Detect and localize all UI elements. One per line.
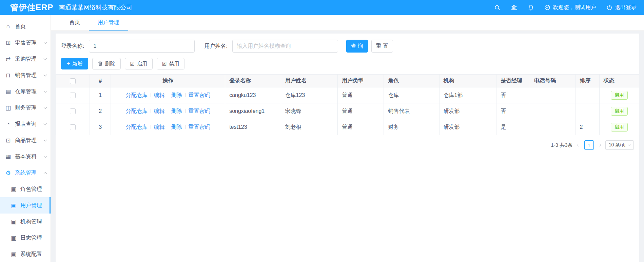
welcome-user[interactable]: 欢迎您，测试用户 bbox=[544, 4, 596, 11]
cell-type: 普通 bbox=[337, 103, 384, 119]
current-page[interactable]: 1 bbox=[584, 140, 594, 150]
tab-home[interactable]: 首页 bbox=[60, 15, 89, 31]
delete-button[interactable]: 删除 bbox=[92, 58, 121, 69]
row-checkbox[interactable] bbox=[70, 124, 76, 130]
chevron-right-icon bbox=[598, 144, 601, 146]
table-row: 2 分配仓库编辑删除重置密码 songxiaofeng1 宋晓锋 普通 销售代表… bbox=[56, 103, 639, 119]
sidebar-item-role-mgmt[interactable]: ▣ 角色管理 bbox=[0, 181, 51, 197]
reset-password-link[interactable]: 重置密码 bbox=[189, 108, 210, 114]
chevron-down-icon bbox=[44, 89, 47, 93]
retail-icon: ⊞ bbox=[5, 39, 12, 46]
user-mgmt-panel: 登录名称: 用户姓名: 查 询 重 置 + 新增 删除 bbox=[56, 34, 639, 262]
cell-name: 宋晓锋 bbox=[281, 103, 337, 119]
user-name-input[interactable] bbox=[232, 40, 338, 53]
reset-password-link[interactable]: 重置密码 bbox=[189, 92, 210, 98]
chevron-down-icon bbox=[44, 57, 47, 60]
app-logo[interactable]: 管伊佳ERP bbox=[0, 2, 51, 13]
reset-button[interactable]: 重 置 bbox=[371, 40, 393, 53]
cell-login: test123 bbox=[225, 119, 281, 135]
row-checkbox[interactable] bbox=[70, 93, 76, 98]
sidebar-item-system[interactable]: ⚙ 系统管理 bbox=[0, 165, 51, 181]
assign-warehouse-link[interactable]: 分配仓库 bbox=[126, 92, 148, 98]
next-page-button[interactable] bbox=[598, 144, 601, 146]
sidebar-item-finance[interactable]: ◫ 财务管理 bbox=[0, 100, 51, 116]
prev-page-button[interactable] bbox=[577, 144, 580, 146]
sidebar-item-sales[interactable]: ⊓ 销售管理 bbox=[0, 67, 51, 83]
search-icon[interactable] bbox=[494, 4, 501, 11]
add-button[interactable]: + 新增 bbox=[61, 58, 88, 69]
sidebar-item-user-mgmt[interactable]: ▣ 用户管理 bbox=[0, 197, 51, 214]
chevron-up-icon bbox=[44, 172, 47, 175]
status-badge: 启用 bbox=[611, 107, 628, 116]
checkbox-crossed-icon: ☒ bbox=[162, 61, 167, 66]
cell-type: 普通 bbox=[337, 119, 384, 135]
doc-icon: ▣ bbox=[10, 202, 17, 209]
cell-sort bbox=[575, 87, 599, 103]
chevron-down-icon bbox=[44, 138, 47, 142]
row-index: 2 bbox=[90, 103, 111, 119]
delete-link[interactable]: 删除 bbox=[171, 92, 182, 98]
sidebar-item-org-mgmt[interactable]: ▣ 机构管理 bbox=[0, 214, 51, 230]
sidebar: ⌂ 首页 ⊞ 零售管理 ⇄ 采购管理 ⊓ 销售管理 ▤ 仓库管理 ◫ 财务管理 bbox=[0, 15, 51, 262]
power-icon bbox=[606, 4, 612, 11]
sidebar-item-retail[interactable]: ⊞ 零售管理 bbox=[0, 35, 51, 51]
status-badge: 启用 bbox=[611, 91, 628, 100]
bell-icon[interactable] bbox=[528, 4, 534, 11]
cell-manager: 否 bbox=[496, 103, 530, 119]
table-header-row: # 操作 登录名称 用户姓名 用户类型 角色 机构 是否经理 电话号码 排序 状… bbox=[56, 75, 639, 87]
trash-icon bbox=[98, 61, 103, 67]
check-circle-icon bbox=[544, 4, 550, 11]
row-checkbox[interactable] bbox=[70, 108, 76, 114]
assign-warehouse-link[interactable]: 分配仓库 bbox=[126, 108, 148, 114]
user-name-label: 用户姓名: bbox=[204, 43, 227, 50]
logout-button[interactable]: 退出登录 bbox=[606, 4, 637, 11]
col-header-org: 机构 bbox=[439, 75, 496, 87]
enable-button[interactable]: ☑ 启用 bbox=[125, 58, 153, 69]
login-name-input[interactable] bbox=[89, 40, 195, 53]
row-index: 1 bbox=[90, 87, 111, 103]
status-badge: 启用 bbox=[611, 123, 628, 132]
user-table: # 操作 登录名称 用户姓名 用户类型 角色 机构 是否经理 电话号码 排序 状… bbox=[56, 74, 639, 135]
delete-link[interactable]: 删除 bbox=[171, 108, 182, 114]
finance-icon: ◫ bbox=[5, 104, 12, 112]
welcome-text: 欢迎您，测试用户 bbox=[553, 4, 596, 11]
tab-bar: 首页 用户管理 bbox=[51, 15, 644, 31]
query-button[interactable]: 查 询 bbox=[346, 40, 368, 53]
logout-text: 退出登录 bbox=[615, 4, 637, 11]
cell-login: songxiaofeng1 bbox=[225, 103, 281, 119]
doc-icon: ▣ bbox=[10, 251, 17, 258]
purchase-icon: ⇄ bbox=[5, 56, 12, 63]
sidebar-item-warehouse[interactable]: ▤ 仓库管理 bbox=[0, 83, 51, 100]
page-size-select[interactable]: 10 条/页 bbox=[605, 140, 634, 150]
sidebar-item-reports[interactable]: ◔ 报表查询 bbox=[0, 116, 51, 132]
sidebar-item-home[interactable]: ⌂ 首页 bbox=[0, 18, 51, 35]
sidebar-item-system-config[interactable]: ▣ 系统配置 bbox=[0, 246, 51, 262]
tab-user-mgmt[interactable]: 用户管理 bbox=[89, 15, 128, 31]
select-all-checkbox[interactable] bbox=[70, 78, 76, 84]
bank-building-icon[interactable] bbox=[511, 4, 518, 11]
sidebar-item-purchase[interactable]: ⇄ 采购管理 bbox=[0, 51, 51, 67]
pagination-total: 1-3 共3条 bbox=[551, 142, 572, 148]
delete-link[interactable]: 删除 bbox=[171, 124, 182, 130]
row-actions: 分配仓库编辑删除重置密码 bbox=[111, 87, 225, 103]
cell-phone bbox=[530, 103, 575, 119]
edit-link[interactable]: 编辑 bbox=[154, 124, 165, 130]
sidebar-item-goods[interactable]: ⊡ 商品管理 bbox=[0, 132, 51, 148]
row-actions: 分配仓库编辑删除重置密码 bbox=[111, 119, 225, 135]
chevron-down-icon bbox=[44, 122, 47, 125]
divider bbox=[151, 93, 151, 97]
edit-link[interactable]: 编辑 bbox=[154, 92, 165, 98]
login-name-label: 登录名称: bbox=[61, 43, 84, 50]
cell-role: 财务 bbox=[384, 119, 439, 135]
report-pie-icon: ◔ bbox=[5, 121, 12, 127]
doc-icon: ▣ bbox=[10, 218, 17, 225]
assign-warehouse-link[interactable]: 分配仓库 bbox=[126, 124, 148, 130]
divider bbox=[185, 125, 186, 129]
reset-password-link[interactable]: 重置密码 bbox=[189, 124, 210, 130]
sidebar-item-log-mgmt[interactable]: ▣ 日志管理 bbox=[0, 230, 51, 246]
edit-link[interactable]: 编辑 bbox=[154, 108, 165, 114]
col-header-login: 登录名称 bbox=[225, 75, 281, 87]
col-header-manager: 是否经理 bbox=[496, 75, 530, 87]
sidebar-item-basic-data[interactable]: ▦ 基本资料 bbox=[0, 148, 51, 165]
disable-button[interactable]: ☒ 禁用 bbox=[157, 58, 184, 69]
